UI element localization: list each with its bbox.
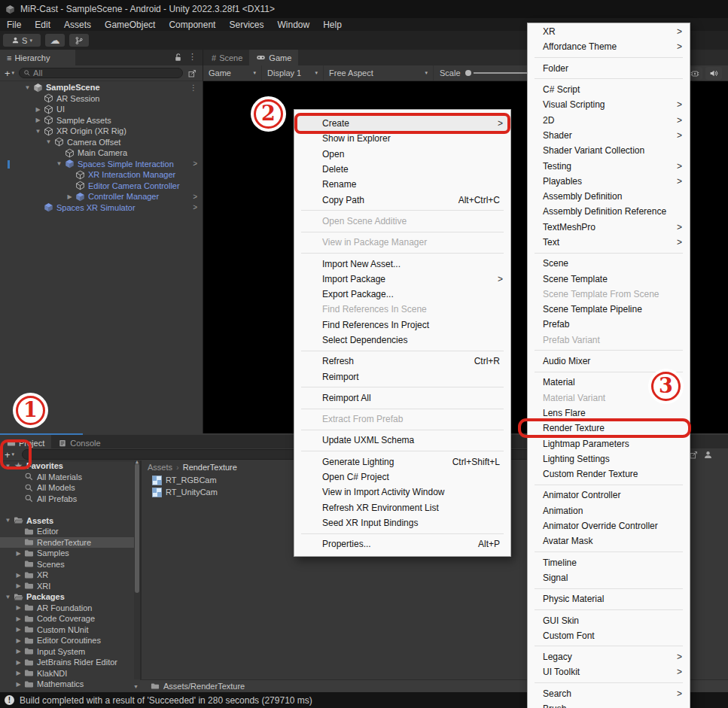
scrollbar-thumb[interactable] bbox=[135, 463, 139, 593]
expander-icon[interactable]: ▶ bbox=[14, 615, 23, 622]
tree-item-jetbrains-rider-editor[interactable]: ▶ JetBrains Rider Editor bbox=[0, 657, 134, 668]
menu-item-scene-template[interactable]: Scene Template bbox=[528, 271, 690, 286]
menu-item-prefab-variant[interactable]: Prefab Variant bbox=[528, 333, 690, 348]
scroll-down-icon[interactable]: ▼ bbox=[133, 684, 139, 689]
menu-item-timeline[interactable]: Timeline bbox=[528, 555, 690, 570]
menubar-file[interactable]: File bbox=[0, 20, 28, 30]
expander-icon[interactable]: ▶ bbox=[14, 582, 23, 589]
menubar-services[interactable]: Services bbox=[222, 20, 270, 30]
expander-icon[interactable]: ▶ bbox=[14, 670, 23, 676]
menu-item-generate-lighting[interactable]: Generate Lighting Ctrl+Shift+L bbox=[294, 454, 510, 469]
expander-icon[interactable]: ▶ bbox=[14, 648, 23, 655]
menu-item-brush[interactable]: Brush bbox=[528, 701, 690, 708]
menu-item-rename[interactable]: Rename bbox=[294, 177, 510, 192]
tab-scene[interactable]: # Scene bbox=[205, 50, 249, 65]
tree-item-xr[interactable]: ▶ XR bbox=[0, 570, 134, 581]
tree-item-rendertexture[interactable]: RenderTexture bbox=[0, 537, 134, 548]
menu-item-shader[interactable]: Shader > bbox=[528, 128, 690, 143]
display-dropdown[interactable]: Display 1 ▾ bbox=[262, 65, 324, 81]
open-new-window-icon[interactable] bbox=[689, 450, 699, 460]
tree-item-spaces-xr-simulator[interactable]: Spaces XR Simulator > bbox=[0, 202, 203, 214]
menu-item-export-package[interactable]: Export Package... bbox=[294, 287, 510, 302]
expander-icon[interactable]: ▶ bbox=[14, 637, 23, 644]
menu-item-open-scene-additive[interactable]: Open Scene Additive bbox=[294, 214, 510, 229]
menu-item-audio-mixer[interactable]: Audio Mixer bbox=[528, 354, 690, 369]
breadcrumb-current[interactable]: RenderTexture bbox=[183, 463, 237, 472]
expander-icon[interactable]: ▶ bbox=[33, 106, 43, 113]
menu-item-xr[interactable]: XR > bbox=[528, 24, 690, 39]
menu-item-select-dependencies[interactable]: Select Dependencies bbox=[294, 333, 510, 348]
menu-item-show-in-explorer[interactable]: Show in Explorer bbox=[294, 131, 510, 146]
menu-item-properties[interactable]: Properties... Alt+P bbox=[294, 536, 510, 552]
version-control-button[interactable] bbox=[69, 34, 89, 47]
prefab-chevron-icon[interactable]: > bbox=[193, 193, 197, 201]
menu-item-find-references-in-scene[interactable]: Find References In Scene bbox=[294, 302, 510, 317]
tree-item-mathematics[interactable]: ▶ Mathematics bbox=[0, 679, 134, 690]
expander-icon[interactable]: ▶ bbox=[33, 117, 43, 123]
expander-icon[interactable]: ▼ bbox=[3, 594, 13, 600]
expander-icon[interactable]: ▼ bbox=[3, 517, 13, 524]
tab-hierarchy[interactable]: ≡ Hierarchy bbox=[0, 50, 75, 65]
tree-item-scenes[interactable]: Scenes bbox=[0, 559, 134, 570]
menu-item-affordance-theme[interactable]: Affordance Theme > bbox=[528, 39, 690, 54]
mute-audio-icon[interactable] bbox=[705, 67, 722, 80]
menu-item-animation[interactable]: Animation bbox=[528, 503, 690, 518]
menu-item-c-script[interactable]: C# Script bbox=[528, 82, 690, 97]
menu-item-extract-from-prefab[interactable]: Extract From Prefab bbox=[294, 412, 510, 427]
tree-item-main-camera[interactable]: Main Camera bbox=[0, 147, 203, 159]
expander-icon[interactable]: ▶ bbox=[14, 572, 23, 579]
menu-item-lightmap-parameters[interactable]: Lightmap Parameters bbox=[528, 436, 690, 451]
menu-item-render-texture[interactable]: Render Texture bbox=[528, 421, 690, 436]
menu-item-animator-controller[interactable]: Animator Controller bbox=[528, 488, 690, 503]
tree-item-ar-foundation[interactable]: ▶ AR Foundation bbox=[0, 603, 134, 614]
tree-item-custom-nunit[interactable]: ▶ Custom NUnit bbox=[0, 624, 134, 636]
menu-item-visual-scripting[interactable]: Visual Scripting > bbox=[528, 97, 690, 112]
menu-item-import-package[interactable]: Import Package > bbox=[294, 272, 510, 287]
tree-item-camera-offset[interactable]: ▼ Camera Offset bbox=[0, 137, 203, 148]
menu-item-testing[interactable]: Testing > bbox=[528, 158, 690, 173]
tab-game[interactable]: Game bbox=[249, 50, 298, 65]
expander-icon[interactable]: ▼ bbox=[54, 160, 64, 167]
tree-item-ar-session[interactable]: AR Session bbox=[0, 93, 203, 105]
menubar-gameobject[interactable]: GameObject bbox=[98, 20, 162, 30]
expander-icon[interactable]: ▶ bbox=[14, 659, 23, 666]
expander-icon[interactable]: ▼ bbox=[44, 138, 53, 145]
game-mode-dropdown[interactable]: Game ▾ bbox=[203, 65, 262, 81]
kebab-menu-icon[interactable]: ⋮ bbox=[190, 84, 197, 92]
menu-item-ui-toolkit[interactable]: UI Toolkit > bbox=[528, 664, 690, 679]
menu-item-view-in-import-activity-window[interactable]: View in Import Activity Window bbox=[294, 485, 510, 500]
menu-item-shader-variant-collection[interactable]: Shader Variant Collection bbox=[528, 143, 690, 158]
tree-item-xr-origin-xr-rig[interactable]: ▼ XR Origin (XR Rig) bbox=[0, 126, 203, 137]
tree-item-controller-manager[interactable]: ▶ Controller Manager > bbox=[0, 191, 203, 202]
prefab-chevron-icon[interactable]: > bbox=[193, 160, 197, 168]
menu-item-assembly-definition[interactable]: Assembly Definition bbox=[528, 189, 690, 204]
menu-item-2d[interactable]: 2D > bbox=[528, 112, 690, 127]
tree-item-samplescene[interactable]: ▼ SampleScene ⋮ bbox=[0, 82, 203, 93]
menubar-edit[interactable]: Edit bbox=[28, 20, 57, 30]
menu-item-seed-xr-input-bindings[interactable]: Seed XR Input Bindings bbox=[294, 515, 510, 530]
menu-item-animator-override-controller[interactable]: Animator Override Controller bbox=[528, 518, 690, 533]
menu-item-legacy[interactable]: Legacy > bbox=[528, 649, 690, 664]
menu-item-view-in-package-manager[interactable]: View in Package Manager bbox=[294, 235, 510, 250]
menu-item-reimport[interactable]: Reimport bbox=[294, 369, 510, 384]
scale-slider-track[interactable] bbox=[474, 72, 529, 74]
expander-icon[interactable]: ▶ bbox=[65, 193, 75, 200]
expander-icon[interactable]: ▶ bbox=[14, 550, 23, 557]
menu-item-find-references-in-project[interactable]: Find References In Project bbox=[294, 318, 510, 333]
menu-item-physic-material[interactable]: Physic Material bbox=[528, 591, 690, 606]
menu-item-avatar-mask[interactable]: Avatar Mask bbox=[528, 533, 690, 548]
menu-item-signal[interactable]: Signal bbox=[528, 570, 690, 585]
tree-item-code-coverage[interactable]: ▶ Code Coverage bbox=[0, 613, 134, 624]
menubar-component[interactable]: Component bbox=[162, 20, 222, 30]
menu-item-scene-template-pipeline[interactable]: Scene Template Pipeline bbox=[528, 302, 690, 317]
expander-icon[interactable]: ▼ bbox=[33, 128, 43, 135]
menu-item-refresh-xr-environment-list[interactable]: Refresh XR Environment List bbox=[294, 500, 510, 515]
menubar-help[interactable]: Help bbox=[316, 20, 349, 30]
menu-item-lens-flare[interactable]: Lens Flare bbox=[528, 406, 690, 421]
hidden-count-icon[interactable] bbox=[703, 450, 713, 460]
menu-item-open-c-project[interactable]: Open C# Project bbox=[294, 469, 510, 485]
tree-item-all-materials[interactable]: All Materials bbox=[0, 472, 134, 483]
expander-icon[interactable]: ▶ bbox=[14, 626, 23, 633]
expander-icon[interactable]: ▶ bbox=[14, 681, 23, 688]
hierarchy-search-input[interactable]: All bbox=[19, 68, 183, 78]
